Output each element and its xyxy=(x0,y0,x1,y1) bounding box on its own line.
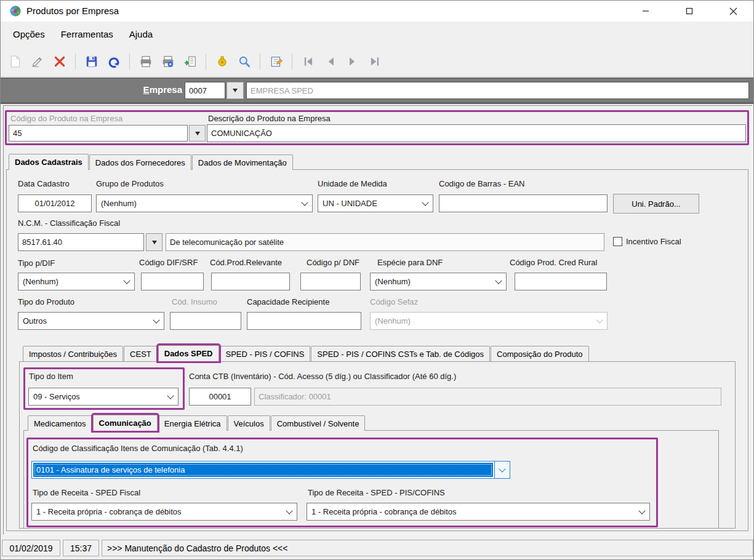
title-bar: Produtos por Empresa xyxy=(1,1,753,22)
ncm-dropdown-button[interactable] xyxy=(146,233,162,251)
empresa-dropdown-button[interactable] xyxy=(227,82,244,99)
ncm-code-input[interactable] xyxy=(18,233,144,251)
edit-icon[interactable] xyxy=(28,52,47,71)
uni-padrao-button[interactable]: Uni. Padrão... xyxy=(613,194,699,214)
tab-dados-fornecedores[interactable]: Dados dos Fornecedores xyxy=(89,154,191,170)
status-time-value: 15:37 xyxy=(70,543,92,553)
codigo-sefaz-combo: (Nenhum) xyxy=(370,312,608,330)
combo-value: UN - UNIDADE xyxy=(318,195,417,212)
search-icon[interactable] xyxy=(235,52,254,71)
tab-dados-movimentacao[interactable]: Dados de Movimentação xyxy=(192,154,293,170)
menu-ferramentas[interactable]: Ferramentas xyxy=(61,29,113,39)
combo-value: (Nenhum) xyxy=(18,273,119,290)
data-cadastro-input[interactable] xyxy=(18,194,92,212)
cod-prod-relevante-input[interactable] xyxy=(211,273,290,290)
tab-label: Dados Cadastrais xyxy=(15,158,82,167)
app-icon xyxy=(9,5,22,17)
undo-icon[interactable] xyxy=(104,52,123,71)
toolbar-separator xyxy=(292,54,292,70)
app-window: Produtos por Empresa Opções Ferramentas … xyxy=(0,0,754,560)
empresa-name-input[interactable] xyxy=(246,82,749,99)
incentivo-fiscal-checkbox[interactable] xyxy=(613,237,622,246)
cred-rural-input[interactable] xyxy=(515,273,607,290)
tab-sped-pis-cofins-csts[interactable]: SPED - PIS / COFINS CSTs e Tab. de Códig… xyxy=(311,346,490,361)
chevron-down-icon xyxy=(297,195,312,212)
tipo-dif-combo[interactable]: (Nenhum) xyxy=(18,273,135,290)
new-document-icon[interactable] xyxy=(6,52,25,71)
tab-energia-eletrica[interactable]: Energia Elétrica xyxy=(158,415,227,431)
toolbar xyxy=(1,46,753,77)
classificador-field xyxy=(254,388,721,406)
tab-composicao-produto[interactable]: Composição do Produto xyxy=(491,346,588,361)
tab-sped-pis-cofins[interactable]: SPED - PIS / COFINS xyxy=(220,346,311,361)
properties-icon[interactable] xyxy=(267,52,286,71)
maximize-button[interactable] xyxy=(675,1,704,22)
tab-medicamentos[interactable]: Medicamentos xyxy=(28,415,92,431)
tab-veiculos[interactable]: Veículos xyxy=(228,415,270,431)
chevron-down-icon xyxy=(119,273,134,290)
menu-ajuda[interactable]: Ajuda xyxy=(129,29,153,39)
sped-tab-bar: Impostos / Contribuições CEST Dados SPED… xyxy=(23,345,590,361)
combo-value: (Nenhum) xyxy=(371,273,491,290)
combo-value: 1 - Receita própria - cobrança de débito… xyxy=(307,503,634,520)
capacidade-input[interactable] xyxy=(247,312,361,330)
tab-label: Dados de Movimentação xyxy=(198,158,287,167)
tab-label: SPED - PIS / COFINS xyxy=(226,350,305,359)
tab-combustivel-solvente[interactable]: Combustível / Solvente xyxy=(271,415,366,431)
codigo-dif-label: Código DIF/SRF xyxy=(139,258,198,267)
classificacao-combo[interactable]: 0101 - Assinatura de serviços de telefon… xyxy=(31,461,510,479)
receita-pis-label: Tipo de Receita - SPED - PIS/COFINS xyxy=(308,488,445,497)
tab-label: Dados dos Fornecedores xyxy=(95,158,185,167)
combo-value: Outros xyxy=(18,313,148,329)
codigo-dnf-input[interactable] xyxy=(300,273,361,290)
conta-ctb-input[interactable] xyxy=(189,388,251,406)
tab-cest[interactable]: CEST xyxy=(124,346,158,361)
export-icon[interactable] xyxy=(180,52,199,71)
print-settings-icon[interactable] xyxy=(158,52,177,71)
tab-dados-cadastrais[interactable]: Dados Cadastrais xyxy=(9,154,89,170)
grupo-produtos-combo[interactable]: (Nenhum) xyxy=(96,194,313,212)
especie-dnf-combo[interactable]: (Nenhum) xyxy=(370,273,507,290)
nav-previous-icon[interactable] xyxy=(321,52,340,71)
status-message-value: >>> Manutenção do Cadastro de Produtos <… xyxy=(107,543,287,553)
tipo-item-combo[interactable]: 09 - Serviços xyxy=(28,388,178,406)
unidade-medida-combo[interactable]: UN - UNIDADE xyxy=(318,194,433,212)
receita-pis-combo[interactable]: 1 - Receita própria - cobrança de débito… xyxy=(307,503,650,521)
status-date: 01/02/2019 xyxy=(2,540,60,556)
chevron-down-icon xyxy=(417,195,433,212)
cod-prod-relevante-label: Cód.Prod.Relevante xyxy=(210,258,282,267)
nav-next-icon[interactable] xyxy=(343,52,362,71)
toolbar-separator xyxy=(206,54,206,70)
delete-icon[interactable] xyxy=(50,52,69,71)
codigo-barras-input[interactable] xyxy=(439,194,608,212)
status-bar: 01/02/2019 15:37 >>> Manutenção do Cadas… xyxy=(1,536,753,560)
tab-impostos-contribuicoes[interactable]: Impostos / Contribuições xyxy=(23,346,123,361)
empresa-label: Empresa xyxy=(62,84,182,95)
tab-label: CEST xyxy=(130,350,151,359)
tab-comunicacao[interactable]: Comunicação xyxy=(93,415,158,431)
minimize-button[interactable] xyxy=(632,1,660,22)
product-code-input[interactable] xyxy=(9,125,188,142)
tab-label: SPED - PIS / COFINS CSTs e Tab. de Códig… xyxy=(317,350,484,359)
tab-label: Energia Elétrica xyxy=(164,419,221,428)
nav-last-icon[interactable] xyxy=(365,52,384,71)
codigo-dif-input[interactable] xyxy=(141,273,204,290)
tipo-produto-combo[interactable]: Outros xyxy=(18,312,164,330)
cod-insumo-input[interactable] xyxy=(170,312,241,330)
product-desc-input[interactable] xyxy=(207,124,746,142)
receita-fiscal-combo[interactable]: 1 - Receita própria - cobrança de débito… xyxy=(31,503,297,521)
close-button[interactable] xyxy=(719,1,747,22)
empresa-code-input[interactable] xyxy=(185,82,225,99)
gear-icon[interactable] xyxy=(212,52,231,71)
tab-label: Medicamentos xyxy=(34,419,86,428)
save-icon[interactable] xyxy=(82,52,101,71)
menu-opcoes[interactable]: Opções xyxy=(13,29,45,39)
tab-dados-sped[interactable]: Dados SPED xyxy=(158,345,219,361)
ncm-label: N.C.M. - Classificação Fiscal xyxy=(18,218,120,228)
nav-first-icon[interactable] xyxy=(299,52,318,71)
dropdown-arrow-icon xyxy=(195,132,200,135)
print-icon[interactable] xyxy=(136,52,155,71)
product-desc-label: Descrição do Produto na Empresa xyxy=(208,114,331,123)
dropdown-arrow-icon xyxy=(152,241,157,244)
product-code-dropdown-button[interactable] xyxy=(189,125,206,142)
